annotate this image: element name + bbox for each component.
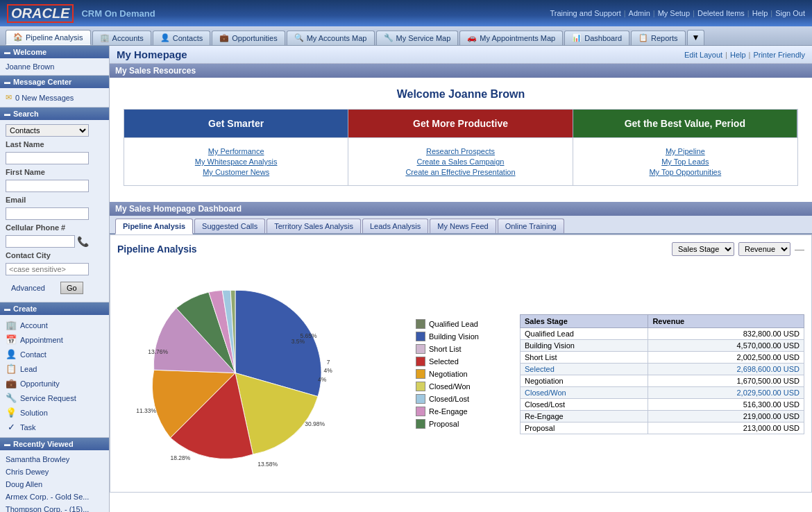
recent-item[interactable]: Chris Dewey bbox=[0, 466, 109, 478]
pie-label-pct3: 4% bbox=[323, 368, 332, 375]
chart-area: 5.65% 7 4% 4% 3.5% 13.76% 11.33% 18.28% … bbox=[117, 263, 804, 485]
collapse-search-icon: ▬ bbox=[4, 110, 10, 117]
printer-friendly-link[interactable]: Printer Friendly bbox=[753, 51, 805, 59]
training-support-link[interactable]: Training and Support bbox=[550, 9, 620, 17]
promo-header-1: Get More Productive bbox=[348, 110, 573, 137]
page-title: My Homepage bbox=[117, 49, 187, 60]
service-map-icon: 🔧 bbox=[384, 33, 394, 42]
edit-layout-link[interactable]: Edit Layout bbox=[684, 51, 722, 59]
create-account[interactable]: 🏢Account bbox=[0, 318, 109, 332]
table-row: Closed/Lost 516,300.00 USD bbox=[521, 398, 804, 410]
my-pipeline-link[interactable]: My Pipeline bbox=[580, 147, 790, 155]
oracle-wordmark: ORACLE bbox=[7, 4, 74, 23]
tab-accounts[interactable]: 🏢 Accounts bbox=[92, 31, 151, 45]
city-input[interactable] bbox=[6, 263, 89, 275]
app-header: ORACLE CRM On Demand Training and Suppor… bbox=[0, 0, 812, 26]
dash-tab-pipeline[interactable]: Pipeline Analysis bbox=[115, 219, 193, 234]
sidebar-create-header[interactable]: ▬ Create bbox=[0, 302, 109, 315]
search-type-dropdown[interactable]: Contacts Accounts Leads Opportunities bbox=[6, 124, 89, 137]
accounts-map-icon: 🔍 bbox=[294, 33, 304, 42]
recent-item[interactable]: Doug Allen bbox=[0, 478, 109, 490]
recent-item[interactable]: Armex Corp. - Gold Se... bbox=[0, 490, 109, 503]
accounts-icon: 🏢 bbox=[100, 33, 110, 42]
my-setup-link[interactable]: My Setup bbox=[658, 9, 690, 17]
my-top-leads-link[interactable]: My Top Leads bbox=[580, 157, 790, 166]
dash-tab-news[interactable]: My News Feed bbox=[430, 219, 496, 233]
sidebar-search-header[interactable]: ▬ Search bbox=[0, 108, 109, 120]
recent-item[interactable]: Thompson Corp. - (15)... bbox=[0, 503, 109, 512]
sidebar-recent-header[interactable]: ▬ Recently Viewed bbox=[0, 438, 109, 450]
sales-stage-dropdown[interactable]: Sales Stage bbox=[672, 242, 734, 256]
sidebar-message-content: ✉ 0 New Messages bbox=[0, 88, 109, 107]
pipeline-header: Pipeline Analysis Sales Stage Revenue — bbox=[117, 242, 804, 256]
create-campaign-link[interactable]: Create a Sales Campaign bbox=[355, 157, 565, 166]
advanced-link[interactable]: Advanced bbox=[6, 282, 51, 294]
create-lead[interactable]: 📋Lead bbox=[0, 361, 109, 376]
my-whitespace-link[interactable]: My Whitespace Analysis bbox=[131, 157, 341, 166]
dash-tab-territory[interactable]: Territory Sales Analysis bbox=[267, 219, 361, 233]
dash-tab-training[interactable]: Online Training bbox=[498, 219, 564, 233]
table-row: Re-Engage 219,000.00 USD bbox=[521, 410, 804, 422]
tab-my-appointments-map[interactable]: 🚗 My Appointments Map bbox=[459, 31, 563, 45]
deleted-items-link[interactable]: Deleted Items bbox=[697, 9, 745, 17]
legend-proposal: Proposal bbox=[416, 419, 513, 429]
message-count-item[interactable]: ✉ 0 New Messages bbox=[0, 91, 109, 104]
promo-grid: Get Smarter Get More Productive Get the … bbox=[124, 109, 798, 186]
my-customer-news-link[interactable]: My Customer News bbox=[131, 168, 341, 176]
tab-my-service-map[interactable]: 🔧 My Service Map bbox=[376, 31, 459, 45]
dash-tab-suggested[interactable]: Suggested Calls bbox=[194, 219, 265, 233]
legend-color-closed-lost bbox=[416, 394, 425, 404]
sidebar-welcome-header[interactable]: ▬ Welcome bbox=[0, 46, 109, 58]
create-opportunity[interactable]: 💼Opportunity bbox=[0, 376, 109, 391]
opportunity-icon: 💼 bbox=[6, 378, 17, 389]
sidebar-message-header[interactable]: ▬ Message Center bbox=[0, 76, 109, 88]
opportunities-icon: 💼 bbox=[219, 33, 229, 42]
tab-opportunities[interactable]: 💼 Opportunities bbox=[212, 31, 285, 45]
minimize-button[interactable]: — bbox=[795, 244, 804, 255]
legend-closed-won: Closed/Won bbox=[416, 382, 513, 391]
tab-home[interactable]: 🏠 Pipeline Analysis bbox=[6, 30, 91, 45]
legend-re-engage: Re-Engage bbox=[416, 407, 513, 416]
tab-my-accounts-map[interactable]: 🔍 My Accounts Map bbox=[287, 31, 375, 45]
page-help-link[interactable]: Help bbox=[730, 51, 746, 59]
pipeline-controls: Sales Stage Revenue bbox=[672, 242, 790, 256]
promo-content-0: My Performance My Whitespace Analysis My… bbox=[124, 137, 348, 185]
dash-tab-leads[interactable]: Leads Analysis bbox=[362, 219, 428, 233]
tab-reports[interactable]: 📋 Reports bbox=[631, 31, 686, 45]
go-button[interactable]: Go bbox=[60, 282, 83, 294]
revenue-table: Sales Stage Revenue Qualified Lead 832,8… bbox=[520, 314, 804, 434]
create-solution[interactable]: 💡Solution bbox=[0, 405, 109, 420]
cellular-input[interactable] bbox=[6, 235, 75, 248]
help-link[interactable]: Help bbox=[752, 9, 768, 17]
sidebar-create-content: 🏢Account 📅Appointment 👤Contact 📋Lead 💼Op… bbox=[0, 315, 109, 437]
sidebar-recent-section: ▬ Recently Viewed Samantha Browley Chris… bbox=[0, 438, 109, 512]
dashboard-tabs: Pipeline Analysis Suggested Calls Territ… bbox=[110, 216, 812, 234]
home-icon: 🏠 bbox=[13, 33, 23, 42]
tab-contacts[interactable]: 👤 Contacts bbox=[153, 31, 210, 45]
recent-item[interactable]: Samantha Browley bbox=[0, 453, 109, 466]
create-appointment[interactable]: 📅Appointment bbox=[0, 332, 109, 347]
pie-label-pct6: 13.76% bbox=[148, 348, 168, 355]
pie-label-pct9: 13.58% bbox=[257, 461, 278, 468]
my-top-opportunities-link[interactable]: My Top Opportunities bbox=[580, 168, 790, 176]
legend-closed-lost: Closed/Lost bbox=[416, 394, 513, 404]
create-contact[interactable]: 👤Contact bbox=[0, 347, 109, 361]
revenue-dropdown[interactable]: Revenue bbox=[738, 242, 790, 256]
my-performance-link[interactable]: My Performance bbox=[131, 147, 341, 155]
create-service-request[interactable]: 🔧Service Request bbox=[0, 391, 109, 405]
collapse-icon: ▬ bbox=[4, 49, 10, 56]
task-icon: ✓ bbox=[6, 422, 17, 432]
tab-dashboard[interactable]: 📊 Dashboard bbox=[564, 31, 629, 45]
legend-color-re-engage bbox=[416, 407, 425, 416]
admin-link[interactable]: Admin bbox=[629, 9, 650, 17]
email-input[interactable] bbox=[6, 207, 89, 220]
last-name-input[interactable] bbox=[6, 152, 89, 164]
research-prospects-link[interactable]: Research Prospects bbox=[355, 147, 565, 155]
nav-more-button[interactable]: ▼ bbox=[687, 30, 705, 45]
sign-out-link[interactable]: Sign Out bbox=[775, 9, 805, 17]
create-presentation-link[interactable]: Create an Effective Presentation bbox=[355, 168, 565, 176]
nav-tabs-bar: 🏠 Pipeline Analysis 🏢 Accounts 👤 Contact… bbox=[0, 26, 812, 46]
first-name-input[interactable] bbox=[6, 180, 89, 192]
create-task[interactable]: ✓Task bbox=[0, 420, 109, 434]
legend-color-negotiation bbox=[416, 369, 425, 379]
